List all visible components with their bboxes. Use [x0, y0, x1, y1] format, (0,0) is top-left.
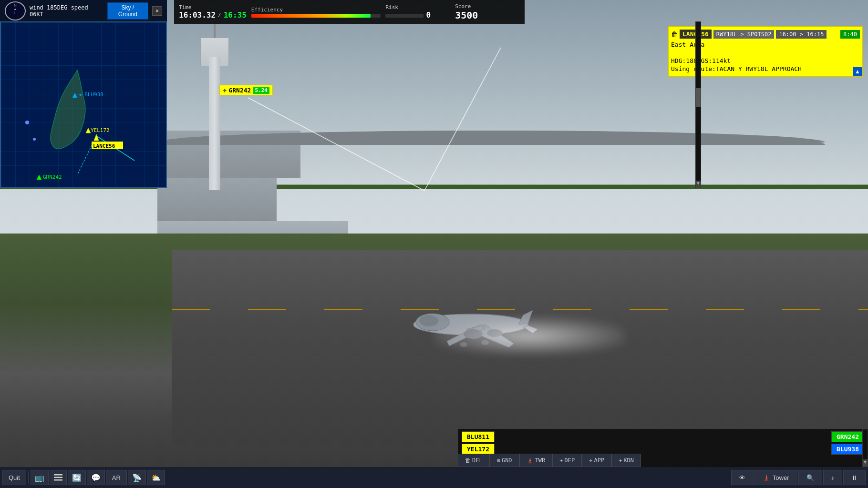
sky-ground-button[interactable]: Sky / Ground — [107, 2, 148, 20]
dep-label: DEP — [565, 457, 575, 464]
efficiency-bar — [251, 14, 371, 18]
eye-icon: 👁 — [739, 474, 745, 481]
kdn-icon: ✈ — [619, 457, 622, 464]
svg-point-25 — [33, 138, 36, 141]
hud-score-section: Score 3500 — [455, 3, 520, 21]
aircraft-label-grn242[interactable]: ✈ GRN242 5.24 — [219, 85, 273, 95]
risk-label: Risk — [385, 4, 398, 10]
dep-button[interactable]: ✈ DEP — [552, 454, 582, 467]
landing-smoke — [434, 317, 625, 355]
hud-efficiency-section: Efficiency — [251, 7, 381, 18]
del-label: DEL — [472, 457, 483, 464]
kdn-button[interactable]: ✈ KDN — [611, 454, 641, 467]
music-button[interactable]: ♪ — [823, 470, 843, 485]
app-button[interactable]: ✈ APP — [582, 454, 611, 467]
kdn-label: KDN — [623, 457, 634, 464]
refresh-icon-button[interactable]: 🔄 — [68, 470, 86, 485]
hud-time-section: Time 16:03.32 / 16:35 — [179, 4, 247, 20]
radar-map[interactable]: ◄ BLU938 YEL172 LANCE56 GRN242 — [0, 21, 167, 188]
hud-top-bar: Time 16:03.32 / 16:35 Efficiency Risk 0 — [174, 0, 525, 24]
svg-text:◄ BLU938: ◄ BLU938 — [78, 92, 103, 98]
chat-icon-button[interactable]: 💬 — [87, 470, 105, 485]
weather-icon-button[interactable]: ⛅ — [147, 470, 165, 485]
flight-time-range: 16:00 > 16:15 — [776, 30, 827, 39]
radar-scroll-down[interactable]: ▼ — [696, 181, 701, 188]
twr-label: TWR — [535, 457, 546, 464]
right-scrollbar[interactable]: ▼ — [862, 429, 868, 467]
svg-rect-27 — [54, 477, 62, 478]
compass-rose: ↑ N — [5, 1, 26, 20]
svg-text:YEL172: YEL172 — [91, 127, 110, 133]
app-label: APP — [594, 457, 604, 464]
view-button[interactable]: 👁 — [731, 470, 754, 485]
svg-marker-22 — [37, 175, 41, 180]
risk-value: 0 — [426, 10, 431, 20]
tower-shaft — [209, 57, 220, 190]
game-viewport: ✈ GRN242 5.24 Time 16:03.32 / 16:35 Effi… — [0, 0, 868, 467]
svg-marker-17 — [86, 128, 91, 133]
action-button-row: 🗑 DEL ⚙ GND 🗼 TWR ✈ DEP ✈ APP ✈ KDN — [458, 454, 706, 467]
score-value: 3500 — [455, 10, 478, 21]
efficiency-label: Efficiency — [251, 7, 283, 13]
music-icon: ♪ — [831, 474, 835, 481]
search-button[interactable]: 🔍 — [798, 470, 822, 485]
compass-n: N — [14, 3, 17, 8]
score-label: Score — [455, 3, 471, 10]
gnd-label: GND — [502, 457, 512, 464]
svg-point-24 — [25, 121, 29, 124]
gnd-icon: ⚙ — [497, 457, 500, 464]
ar-button[interactable]: AR — [106, 470, 127, 485]
radar-scrollbar-thumb[interactable] — [696, 88, 701, 107]
wind-info: wind 185DEG speed 06KT — [30, 4, 103, 18]
right-scroll-down[interactable]: ▼ — [863, 459, 868, 467]
radar-header: ↑ N wind 185DEG speed 06KT Sky / Ground … — [0, 0, 167, 21]
pause-button[interactable]: ⏸ — [843, 470, 866, 485]
flight-route: RWY18L > SPOTS02 — [713, 30, 775, 39]
svg-rect-26 — [54, 474, 62, 476]
plane-icon: ✈ — [223, 86, 227, 94]
svg-rect-28 — [54, 479, 62, 481]
search-icon: 🔍 — [806, 474, 814, 481]
twr-icon: 🗼 — [527, 457, 534, 464]
trash-icon: 🗑 — [671, 30, 678, 38]
hud-risk-section: Risk 0 — [385, 4, 450, 20]
radar-svg: ◄ BLU938 YEL172 LANCE56 GRN242 — [1, 22, 166, 187]
svg-marker-19 — [94, 134, 99, 141]
risk-bar-container — [385, 14, 424, 18]
tower-button[interactable]: 🗼 Tower — [754, 470, 797, 485]
control-tower — [200, 23, 229, 190]
dep-icon: ✈ — [559, 457, 563, 464]
airport-buildings — [157, 131, 825, 235]
menu-icon-button[interactable] — [50, 470, 67, 485]
pause-icon: ⏸ — [851, 474, 858, 481]
time-target: 16:35 — [224, 10, 247, 20]
efficiency-bar-container — [251, 14, 381, 18]
strip-row-1: BLU811 GRN242 — [462, 431, 864, 442]
strip-grn242[interactable]: GRN242 — [831, 431, 864, 442]
radar-close-button[interactable]: × — [152, 6, 162, 16]
tower-label: Tower — [773, 474, 789, 481]
flight-arrow-button[interactable]: ▲ — [853, 67, 862, 76]
time-separator: / — [218, 12, 221, 18]
altitude-badge: 5.24 — [253, 87, 269, 94]
screen-icon-button[interactable]: 📺 — [31, 470, 49, 485]
del-icon: 🗑 — [465, 457, 471, 464]
svg-text:GRN242: GRN242 — [43, 174, 62, 180]
separator-1 — [28, 471, 29, 484]
radar-scrollbar[interactable]: ▼ — [695, 21, 701, 188]
main-toolbar: Quit 📺 🔄 💬 AR 📡 ⛅ 👁 🗼 Tower 🔍 ♪ ⏸ — [0, 467, 868, 488]
app-icon: ✈ — [589, 457, 592, 464]
svg-text:LANCE56: LANCE56 — [93, 143, 115, 149]
quit-button[interactable]: Quit — [2, 470, 26, 485]
time-value: 16:03.32 — [179, 10, 216, 20]
signal-icon-button[interactable]: 📡 — [128, 470, 146, 485]
strip-blu811[interactable]: BLU811 — [462, 431, 495, 442]
twr-button[interactable]: 🗼 TWR — [519, 454, 553, 467]
flight-badge: 8:40 — [840, 30, 860, 39]
gnd-button[interactable]: ⚙ GND — [490, 454, 519, 467]
aircraft-callsign: GRN242 — [228, 87, 251, 94]
del-button[interactable]: 🗑 DEL — [458, 454, 490, 467]
tower-icon: 🗼 — [763, 474, 770, 481]
strip-blu938[interactable]: BLU938 — [831, 444, 864, 455]
time-label: Time — [179, 4, 192, 10]
